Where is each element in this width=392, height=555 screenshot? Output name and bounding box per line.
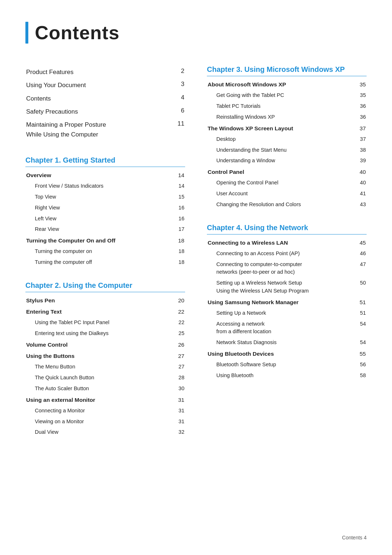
entry-label: Entering text using the Dialkeys — [26, 328, 173, 339]
chapter-heading-ch1: Chapter 1. Getting Started — [25, 156, 185, 167]
left-column: Product Features2Using Your Document3Con… — [25, 65, 185, 451]
table-row: Front View / Status Indicators14 — [26, 181, 184, 191]
entry-page: 18 — [174, 246, 184, 257]
entry-label: Overview — [26, 170, 173, 180]
table-row: Turning the computer on18 — [26, 246, 184, 257]
entry-label: Understanding a Window — [208, 156, 355, 166]
intro-row: Safety Precautions6 — [26, 106, 184, 118]
intro-row: Contents4 — [26, 93, 184, 105]
table-row: Get Going with the Tablet PC35 — [208, 90, 366, 101]
table-row: Setting up a Wireless Network SetupUsing… — [208, 278, 366, 296]
entry-page: 16 — [174, 203, 184, 213]
table-row: Connecting to an Access Point (AP)46 — [208, 249, 366, 259]
entry-label: Using Samsung Network Manager — [208, 297, 356, 307]
entry-label: Using the Buttons — [26, 351, 173, 361]
intro-label: Maintaining a Proper PostureWhile Using … — [26, 119, 172, 141]
entry-page: 37 — [356, 123, 366, 134]
table-row: Desktop37 — [208, 134, 366, 144]
entry-page: 30 — [173, 384, 184, 394]
intro-table: Product Features2Using Your Document3Con… — [25, 65, 185, 142]
entry-label: Rear View — [26, 224, 173, 234]
entry-page: 50 — [357, 278, 366, 296]
entry-page: 35 — [356, 90, 366, 101]
entry-label: Control Panel — [208, 167, 355, 177]
table-row: Opening the Control Panel40 — [208, 178, 366, 188]
entry-label: Left View — [26, 214, 173, 224]
footer: Contents 4 — [342, 535, 367, 540]
table-row: Changing the Resolution and Colors43 — [208, 200, 366, 210]
entry-page: 22 — [173, 306, 184, 317]
table-row: Stylus Pen20 — [26, 295, 184, 306]
entry-label: About Microsoft Windows XP — [208, 79, 355, 90]
entry-label: Reinstalling Windows XP — [208, 112, 355, 122]
entry-label: The Quick Launch Button — [26, 373, 173, 383]
entry-label: Network Status Diagnosis — [208, 338, 356, 348]
entry-page: 36 — [356, 112, 366, 122]
intro-page: 2 — [173, 66, 184, 78]
entry-label: Accessing a networkfrom a different loca… — [208, 319, 356, 337]
chapter-heading-ch4: Chapter 4. Using the Network — [207, 224, 367, 234]
table-row: Reinstalling Windows XP36 — [208, 112, 366, 122]
table-row: Accessing a networkfrom a different loca… — [208, 319, 366, 337]
entry-page: 22 — [173, 318, 184, 328]
entry-label: Turning the computer off — [26, 257, 173, 268]
entry-label: Using the Tablet PC Input Panel — [26, 318, 173, 328]
entry-label: Turning the computer on — [26, 246, 173, 257]
intro-row: Using Your Document3 — [26, 79, 184, 91]
table-row: Understanding the Start Menu38 — [208, 145, 366, 155]
title-blue-bar — [25, 22, 28, 44]
chapter-section-ch4: Chapter 4. Using the NetworkConnecting t… — [207, 224, 367, 381]
chapter-section-ch2: Chapter 2. Using the ComputerStylus Pen2… — [25, 281, 185, 438]
table-row: Connecting to a Wireless LAN45 — [208, 237, 366, 248]
intro-page: 4 — [173, 93, 184, 105]
entry-label: Connecting to an Access Point (AP) — [208, 249, 356, 259]
entry-page: 14 — [174, 170, 184, 180]
entry-page: 37 — [356, 134, 366, 144]
table-row: Rear View17 — [26, 224, 184, 234]
entry-page: 43 — [356, 200, 366, 210]
chapter-heading-ch2: Chapter 2. Using the Computer — [25, 281, 185, 292]
page-title: Contents — [35, 22, 119, 44]
table-row: The Auto Scaler Button30 — [26, 384, 184, 394]
entry-page: 14 — [174, 181, 184, 191]
entry-page: 16 — [174, 214, 184, 224]
entry-label: Connecting to computer-to-computernetwor… — [208, 260, 356, 278]
table-row: Using Bluetooth Devices55 — [208, 348, 366, 359]
entry-page: 38 — [356, 145, 366, 155]
table-row: Turning the computer off18 — [26, 257, 184, 268]
entry-label: Setting Up a Network — [208, 308, 356, 318]
entry-page: 32 — [173, 427, 184, 437]
entry-label: Setting up a Wireless Network SetupUsing… — [208, 278, 356, 296]
entry-label: Top View — [26, 192, 173, 202]
intro-page: 11 — [173, 119, 184, 141]
entry-label: Right View — [26, 203, 173, 213]
page: Contents Product Features2Using Your Doc… — [0, 0, 392, 555]
table-row: Bluetooth Software Setup56 — [208, 360, 366, 370]
table-row: Using Bluetooth58 — [208, 371, 366, 381]
table-row: Tablet PC Tutorials36 — [208, 101, 366, 111]
intro-row: Maintaining a Proper PostureWhile Using … — [26, 119, 184, 141]
table-row: The Quick Launch Button28 — [26, 373, 184, 383]
entry-page: 15 — [174, 192, 184, 202]
entry-label: The Menu Button — [26, 362, 173, 372]
chapter-table-ch4: Connecting to a Wireless LAN45Connecting… — [207, 237, 367, 381]
entry-label: Viewing on a Monitor — [26, 417, 173, 427]
table-row: The Windows XP Screen Layout37 — [208, 123, 366, 134]
entry-page: 17 — [174, 224, 184, 234]
entry-page: 27 — [173, 362, 184, 372]
entry-page: 39 — [356, 156, 366, 166]
entry-page: 31 — [173, 406, 184, 416]
table-row: Turning the Computer On and Off18 — [26, 235, 184, 246]
entry-page: 40 — [356, 178, 366, 188]
intro-label: Product Features — [26, 66, 172, 78]
intro-label: Contents — [26, 93, 172, 105]
entry-label: Get Going with the Tablet PC — [208, 90, 355, 101]
entry-page: 40 — [356, 167, 366, 177]
entry-page: 55 — [357, 348, 366, 359]
entry-page: 35 — [356, 79, 366, 90]
table-row: Using an external Monitor31 — [26, 395, 184, 405]
entry-page: 28 — [173, 373, 184, 383]
intro-row: Product Features2 — [26, 66, 184, 78]
entry-label: Opening the Control Panel — [208, 178, 355, 188]
table-row: Using the Tablet PC Input Panel22 — [26, 318, 184, 328]
